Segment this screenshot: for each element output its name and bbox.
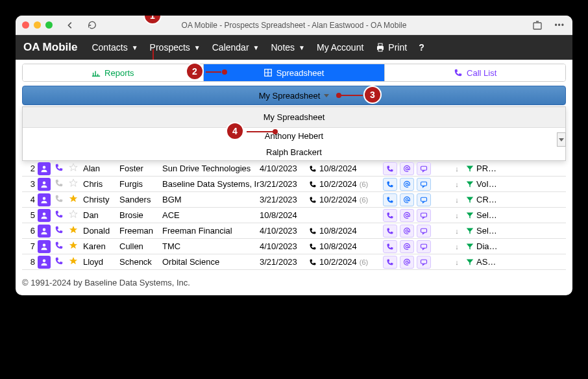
row-email-button[interactable] xyxy=(400,162,414,175)
sort-indicator[interactable]: ↓ xyxy=(448,258,466,266)
favorite-star[interactable] xyxy=(69,256,83,267)
row-email-button[interactable] xyxy=(400,240,414,253)
spreadsheet-grid: 2AlanFosterSun Drive Technologies4/10/20… xyxy=(22,161,566,270)
menu-prospects[interactable]: Prospects▼ xyxy=(146,40,204,55)
date-cell: 3/21/2023 xyxy=(260,195,309,204)
sort-indicator[interactable]: ↓ xyxy=(448,212,466,219)
row-chat-button[interactable] xyxy=(417,225,431,238)
row-email-button[interactable] xyxy=(400,193,414,206)
row-phone-icon[interactable] xyxy=(55,163,69,174)
more-icon[interactable]: ••• xyxy=(554,21,565,30)
row-chat-button[interactable] xyxy=(417,193,431,206)
contact-badge[interactable] xyxy=(38,162,51,175)
row-index: 5 xyxy=(22,210,38,220)
opportunity-cell[interactable]: Sell 6 Widgets xyxy=(466,210,498,220)
menu-print[interactable]: Print xyxy=(371,40,411,55)
row-call-button[interactable] xyxy=(383,209,397,222)
menu-myaccount[interactable]: My Account xyxy=(313,40,367,55)
row-call-button[interactable] xyxy=(383,162,397,175)
company-cell: BGM xyxy=(162,195,260,204)
row-call-button[interactable] xyxy=(383,240,397,253)
refresh-icon[interactable] xyxy=(88,21,97,30)
back-icon[interactable] xyxy=(66,21,75,30)
row-index: 6 xyxy=(22,226,38,236)
favorite-star[interactable] xyxy=(69,178,83,190)
date-cell: 3/21/2023 xyxy=(260,179,309,189)
svg-point-23 xyxy=(43,259,46,262)
sort-indicator[interactable]: ↓ xyxy=(448,165,466,173)
row-call-button[interactable] xyxy=(383,256,397,269)
menu-notes[interactable]: Notes▼ xyxy=(267,40,308,55)
row-chat-button[interactable] xyxy=(417,240,431,253)
row-phone-icon[interactable] xyxy=(55,194,69,205)
tab-calllist[interactable]: Call List xyxy=(384,64,565,81)
sort-indicator[interactable]: ↓ xyxy=(448,227,466,235)
maximize-window[interactable] xyxy=(45,21,53,29)
row-phone-icon[interactable] xyxy=(55,225,69,236)
row-phone-icon[interactable] xyxy=(55,210,69,221)
opportunity-cell[interactable]: Diagnotic Chipse xyxy=(466,241,498,251)
spreadsheet-selector[interactable]: My Spreadsheet xyxy=(22,86,566,105)
table-row[interactable]: 3ChrisFurgisBaseline Data Systems, Inc.3… xyxy=(22,177,566,192)
dropdown-scroll-handle[interactable] xyxy=(557,132,566,147)
row-phone-icon[interactable] xyxy=(55,178,69,190)
table-row[interactable]: 4ChristySandersBGM3/21/202310/2/2024(6)↓… xyxy=(22,192,566,208)
opportunity-cell[interactable]: VoIP Sale xyxy=(466,179,498,189)
minimize-window[interactable] xyxy=(34,21,41,29)
tab-reports[interactable]: Reports xyxy=(23,64,204,81)
menu-contacts[interactable]: Contacts▼ xyxy=(88,40,141,55)
contact-badge[interactable] xyxy=(38,256,51,269)
opportunity-cell[interactable]: CRM Sale xyxy=(466,195,498,204)
row-chat-button[interactable] xyxy=(417,256,431,269)
favorite-star[interactable] xyxy=(69,225,83,236)
company-cell: Orbital Science xyxy=(162,257,260,267)
row-chat-button[interactable] xyxy=(417,209,431,222)
last-name-cell: Freeman xyxy=(119,226,162,236)
row-phone-icon[interactable] xyxy=(55,241,69,252)
favorite-star[interactable] xyxy=(69,194,83,205)
copyright: © 1991-2024 by Baseline Data Systems, In… xyxy=(16,270,572,295)
sort-indicator[interactable]: ↓ xyxy=(448,180,466,188)
brand[interactable]: OA Mobile xyxy=(23,41,77,54)
row-email-button[interactable] xyxy=(400,256,414,269)
table-row[interactable]: 6DonaldFreemanFreeman Financial4/10/2023… xyxy=(22,223,566,239)
contact-badge[interactable] xyxy=(38,209,51,222)
favorite-star[interactable] xyxy=(69,163,83,174)
menu-calendar[interactable]: Calendar▼ xyxy=(208,40,263,55)
tab-spreadsheet[interactable]: Spreadsheet xyxy=(204,64,385,81)
contact-badge[interactable] xyxy=(38,225,51,238)
opportunity-cell[interactable]: ASDL Fuel Regula xyxy=(466,257,498,267)
dropdown-item[interactable]: Anthony Hebert xyxy=(23,128,565,144)
opportunity-cell[interactable]: Sell Expat Financ xyxy=(466,226,498,236)
dropdown-item[interactable]: Ralph Brackert xyxy=(23,144,565,160)
contact-badge[interactable] xyxy=(38,178,51,191)
contact-badge[interactable] xyxy=(38,240,51,253)
row-chat-button[interactable] xyxy=(417,178,431,191)
table-row[interactable]: 8LloydSchenckOrbital Science3/21/202310/… xyxy=(22,254,566,270)
row-call-button[interactable] xyxy=(383,178,397,191)
row-email-button[interactable] xyxy=(400,209,414,222)
sort-indicator[interactable]: ↓ xyxy=(448,196,466,204)
row-chat-button[interactable] xyxy=(417,162,431,175)
svg-rect-10 xyxy=(421,182,427,186)
row-call-button[interactable] xyxy=(383,193,397,206)
table-row[interactable]: 5DanBrosieACE10/8/2024↓Sell 6 Widgets xyxy=(22,208,566,223)
favorite-star[interactable] xyxy=(69,210,83,221)
row-phone-icon[interactable] xyxy=(55,256,69,267)
row-email-button[interactable] xyxy=(400,178,414,191)
favorite-star[interactable] xyxy=(69,241,83,252)
last-name-cell: Furgis xyxy=(119,179,162,189)
sort-indicator[interactable]: ↓ xyxy=(448,243,466,251)
opportunity-cell[interactable]: PRC Chipset Sale xyxy=(466,164,498,173)
row-email-button[interactable] xyxy=(400,225,414,238)
svg-rect-0 xyxy=(533,23,541,29)
close-window[interactable] xyxy=(22,21,29,29)
svg-rect-3 xyxy=(378,49,382,51)
table-row[interactable]: 2AlanFosterSun Drive Technologies4/10/20… xyxy=(22,161,566,177)
share-icon[interactable] xyxy=(532,20,543,31)
table-row[interactable]: 7KarenCullenTMC4/10/202310/8/2024↓Diagno… xyxy=(22,239,566,254)
menu-help[interactable]: ? xyxy=(415,40,428,55)
dropdown-header[interactable]: My Spreadsheet xyxy=(23,107,565,128)
contact-badge[interactable] xyxy=(38,193,51,206)
row-call-button[interactable] xyxy=(383,225,397,238)
